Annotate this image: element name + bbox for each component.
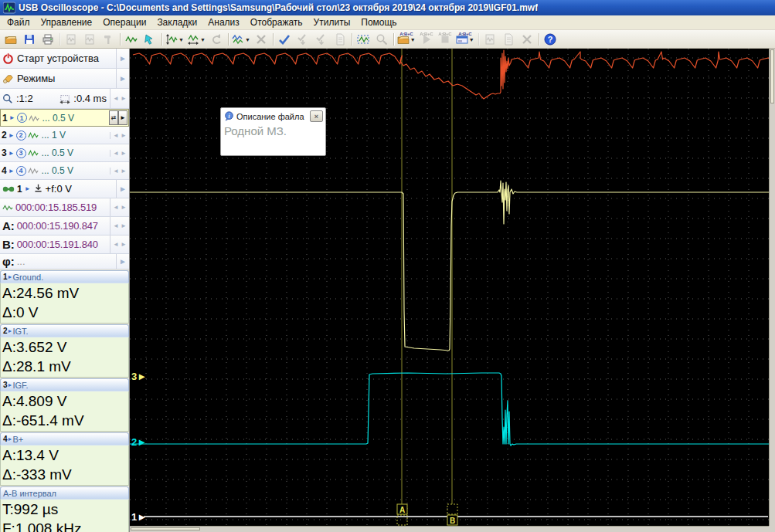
panel-header[interactable]: 1►Ground. <box>0 270 129 283</box>
open-file-button[interactable] <box>2 31 19 48</box>
time-nav-arrows[interactable]: ◄ ► <box>110 198 128 216</box>
channel-nav[interactable]: ◄ ► <box>110 168 128 175</box>
channel-row-3[interactable]: 3►3 ... 0.5 V◄ ► <box>0 144 129 162</box>
abc-open-button[interactable]: A:B+C▼ <box>396 31 416 48</box>
phase-value: ... <box>17 256 25 267</box>
channel-nav[interactable]: ◄ ► <box>110 132 128 139</box>
panel-header[interactable]: 3►IGF. <box>0 378 129 391</box>
menu-item-0[interactable]: Файл <box>2 15 36 29</box>
channel-1-scale: ... 0.5 V <box>42 113 74 124</box>
channel-1-badge: 1 <box>17 113 27 123</box>
current-time-row[interactable]: 000:00:15.185.519 ◄ ► <box>0 198 129 217</box>
svg-text:?: ? <box>547 35 552 44</box>
svg-text:A: A <box>399 506 405 514</box>
trigger-edge-icon <box>33 184 43 194</box>
print-button[interactable] <box>39 31 56 48</box>
channel-zero-label-2[interactable]: 2► <box>131 436 147 448</box>
channel-expand-button[interactable]: ► <box>118 110 127 125</box>
abc-settings-button-dropdown[interactable]: ▼ <box>469 35 474 46</box>
channel-row-4[interactable]: 4►4 ... 0.5 V◄ ► <box>0 162 129 180</box>
info-icon: i <box>224 111 234 121</box>
channel-zero-label-3[interactable]: 3► <box>131 371 147 382</box>
horizontal-zoom-button[interactable]: ▼ <box>186 31 206 48</box>
panel-value: Δ:0 V <box>2 303 128 322</box>
phase-expand[interactable]: ► <box>116 254 128 269</box>
horizontal-scrollbar[interactable] <box>130 526 769 532</box>
panel-B+: 4►B+A:13.4 VΔ:-333 mV <box>0 432 129 486</box>
menu-item-4[interactable]: Анализ <box>202 15 245 29</box>
phase-row[interactable]: φ: ... ► <box>0 254 129 269</box>
panel-header[interactable]: 4►B+ <box>0 432 129 445</box>
compare-waveform-button <box>481 31 498 48</box>
vertical-zoom-button-dropdown[interactable]: ▼ <box>178 35 184 46</box>
menu-item-1[interactable]: Управление <box>36 15 98 29</box>
menu-item-6[interactable]: Утилиты <box>308 15 356 29</box>
panel-value: A:24.56 mV <box>2 283 128 303</box>
marker-b-nav[interactable]: ◄ ► <box>110 236 128 253</box>
start-device-label: Старт устройства <box>17 53 99 64</box>
power-icon <box>2 53 14 64</box>
help-button[interactable]: ? <box>542 31 559 48</box>
panel-IGT.: 2►IGT.A:3.652 VΔ:28.1 mV <box>0 324 129 378</box>
measurement-panels: 1►Ground.A:24.56 mVΔ:0 V2►IGT.A:3.652 VΔ… <box>0 270 129 532</box>
channel-zero-label-1[interactable]: 1► <box>131 511 147 523</box>
abc-open-button-dropdown[interactable]: ▼ <box>410 35 416 46</box>
magnifier-icon <box>2 93 13 104</box>
save-file-button[interactable] <box>21 31 38 48</box>
panel-header[interactable]: 2►IGT. <box>0 324 129 337</box>
time-scale-icon <box>59 93 70 104</box>
channel-3-badge: 3 <box>16 148 26 158</box>
channel-row-1[interactable]: 1►1 ... 0.5 V⇄► <box>0 109 129 127</box>
marker-b-time: 000:00:15.191.840 <box>17 239 98 250</box>
channel-wave-icon <box>28 130 39 140</box>
panel-header[interactable]: A-B интервал <box>0 486 129 499</box>
tooltip-close-button[interactable]: × <box>310 110 323 122</box>
panel-value: Δ:28.1 mV <box>2 357 128 376</box>
marker-b-row[interactable]: B: 000:00:15.191.840 ◄ ► <box>0 236 129 254</box>
overlay-waveform-button-dropdown[interactable]: ▼ <box>245 35 250 46</box>
marker-a-nav[interactable]: ◄ ► <box>110 217 128 235</box>
current-time-value: 000:00:15.185.519 <box>15 202 97 213</box>
remove-overlay-button <box>253 31 270 48</box>
panel-value: Δ:-651.4 mV <box>2 411 128 430</box>
channel-nav[interactable]: ◄ ► <box>110 150 128 157</box>
undo-button <box>208 31 225 48</box>
menu-item-2[interactable]: Операции <box>97 15 151 29</box>
trigger-row[interactable]: 1 ► +f:0 V ► <box>0 180 129 198</box>
tooltip-body: Родной МЗ. <box>221 122 325 140</box>
select-region-button[interactable] <box>355 31 372 48</box>
pan-tool-button[interactable] <box>141 31 158 48</box>
zoom-row[interactable]: :1:2 :0.4 ms ◄ ► <box>0 89 129 109</box>
channel-wave-icon <box>29 114 39 123</box>
svg-text:B: B <box>450 517 455 525</box>
report-button <box>331 31 348 48</box>
window-title: USB Oscilloscope - C:\Documents and Sett… <box>19 2 538 13</box>
menu-item-7[interactable]: Помощь <box>355 15 402 29</box>
accept-button[interactable] <box>276 31 293 48</box>
panel-IGF.: 3►IGF.A:4.809 VΔ:-651.4 mV <box>0 378 129 432</box>
scope-area: 3►2►1►AB i Описание файла × Родной МЗ. <box>130 49 775 532</box>
start-device-row[interactable]: Старт устройства ► <box>0 49 129 69</box>
normalize-view-button[interactable] <box>123 31 140 48</box>
menu-item-3[interactable]: Закладки <box>151 15 202 29</box>
start-device-expand[interactable]: ► <box>116 49 128 68</box>
channel-row-2[interactable]: 2►2 ... 1 V◄ ► <box>0 127 129 144</box>
overlay-waveform-button[interactable]: ▼ <box>231 31 251 48</box>
menu-item-5[interactable]: Отображать <box>245 15 308 29</box>
zoom-nav-arrows[interactable]: ◄ ► <box>110 89 128 108</box>
marker-a-label: A: <box>2 219 15 232</box>
tools-button <box>100 31 117 48</box>
modes-row[interactable]: Режимы ► <box>0 69 129 89</box>
channel-invert-button[interactable]: ⇄ <box>109 110 118 125</box>
vertical-scrollbar[interactable] <box>769 49 775 526</box>
modes-expand[interactable]: ► <box>116 69 128 88</box>
marker-a-row[interactable]: A: 000:00:15.190.847 ◄ ► <box>0 217 129 236</box>
horizontal-zoom-button-dropdown[interactable]: ▼ <box>200 35 206 46</box>
trigger-expand[interactable]: ► <box>116 180 128 198</box>
menu-bar: ФайлУправлениеОперацииЗакладкиАнализОтоб… <box>0 15 775 30</box>
copy-waveform-button <box>63 31 80 48</box>
vertical-zoom-button[interactable]: ▼ <box>165 31 185 48</box>
abc-settings-button[interactable]: A:B+C▼ <box>455 31 475 48</box>
modes-icon <box>2 73 14 84</box>
app-window: USB Oscilloscope - C:\Documents and Sett… <box>0 0 775 532</box>
